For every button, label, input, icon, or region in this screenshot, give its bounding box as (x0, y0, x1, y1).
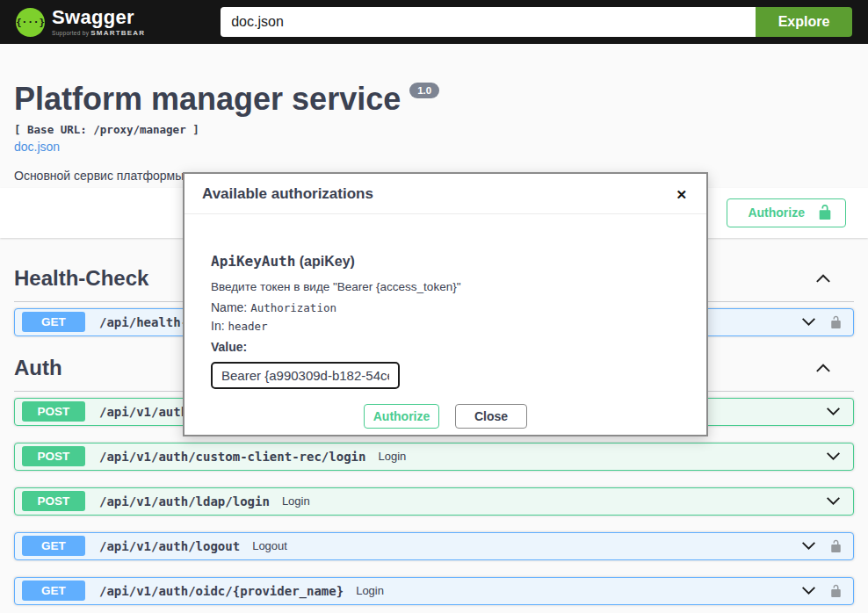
chevron-up-icon[interactable] (814, 358, 833, 378)
unlock-icon[interactable] (829, 584, 843, 597)
auth-hint: Введите токен в виде "Bearer {access_tok… (211, 280, 680, 293)
endpoint-description: Login (282, 494, 310, 508)
explore-button[interactable]: Explore (756, 7, 852, 37)
method-badge: GET (22, 312, 85, 332)
unlock-icon[interactable] (829, 315, 843, 328)
chevron-down-icon[interactable] (799, 313, 818, 331)
spec-url-input[interactable] (221, 7, 756, 37)
topbar: {···} Swagger Supported bySMARTBEAR Expl… (0, 0, 868, 44)
endpoint-row[interactable]: POST /api/v1/auth/custom-client-rec/logi… (14, 443, 854, 471)
chevron-down-icon[interactable] (799, 537, 818, 555)
spec-url-form: Explore (221, 7, 852, 37)
auth-name-row: Name: Authorization (211, 299, 680, 317)
endpoint-path: /api/v1/auth/logout (99, 539, 240, 553)
chevron-down-icon[interactable] (824, 492, 843, 510)
endpoint-path: /api/v1/auth/ldap/login (99, 494, 270, 508)
chevron-down-icon[interactable] (799, 581, 818, 600)
endpoint-row[interactable]: GET /api/v1/auth/oidc/{provider_name} Lo… (14, 577, 854, 605)
value-label: Value: (211, 340, 680, 354)
method-badge: GET (22, 581, 85, 601)
smartbear-logo: SMARTBEAR (90, 29, 145, 37)
endpoint-description: Logout (252, 539, 287, 552)
auth-scheme-heading: ApiKeyAuth (apiKey) (211, 253, 680, 270)
unlock-icon (817, 204, 833, 222)
authorizations-modal: Available authorizations ✕ ApiKeyAuth (a… (183, 172, 708, 436)
swagger-logo-icon: {···} (16, 8, 45, 37)
api-info: Platform manager service1.0 [ Base URL: … (0, 44, 868, 186)
authorize-button[interactable]: Authorize (727, 198, 846, 227)
swagger-logo: {···} Swagger Supported bySMARTBEAR (16, 8, 145, 37)
token-input[interactable] (211, 362, 400, 389)
authorize-button-label: Authorize (748, 206, 805, 220)
method-badge: POST (22, 491, 85, 511)
unlock-icon[interactable] (829, 539, 843, 552)
endpoint-path: /api/v1/auth/oidc/{provider_name} (99, 584, 344, 598)
spec-link[interactable]: doc.json (14, 140, 60, 154)
brand-name: Swagger (52, 8, 145, 27)
method-badge: POST (22, 446, 85, 466)
endpoint-path: /api/v1/auth/custom-client-rec/login (99, 450, 365, 464)
modal-title: Available authorizations (202, 185, 373, 203)
chevron-up-icon[interactable] (814, 269, 833, 288)
endpoint-description: Login (356, 584, 384, 597)
close-icon[interactable]: ✕ (674, 188, 689, 201)
section-title: Health-Check (14, 266, 148, 291)
endpoint-description: Login (378, 450, 406, 463)
modal-close-button[interactable]: Close (455, 404, 527, 429)
endpoint-path: /api/v1/auth/ (99, 405, 196, 419)
page-title: Platform manager service (14, 81, 401, 117)
chevron-down-icon[interactable] (824, 447, 843, 465)
method-badge: POST (22, 401, 85, 422)
base-url: [ Base URL: /proxy/manager ] (14, 123, 850, 136)
endpoint-row[interactable]: GET /api/v1/auth/logout Logout (14, 532, 854, 560)
chevron-down-icon[interactable] (824, 402, 843, 421)
method-badge: GET (22, 536, 85, 556)
endpoint-row[interactable]: POST /api/v1/auth/ldap/login Login (14, 487, 854, 516)
version-badge: 1.0 (409, 83, 439, 98)
section-title: Auth (14, 356, 62, 380)
brand-subtitle: Supported bySMARTBEAR (52, 30, 145, 37)
modal-authorize-button[interactable]: Authorize (364, 404, 439, 429)
endpoint-path: /api/health-c (99, 315, 196, 329)
auth-in-row: In: header (211, 317, 680, 335)
